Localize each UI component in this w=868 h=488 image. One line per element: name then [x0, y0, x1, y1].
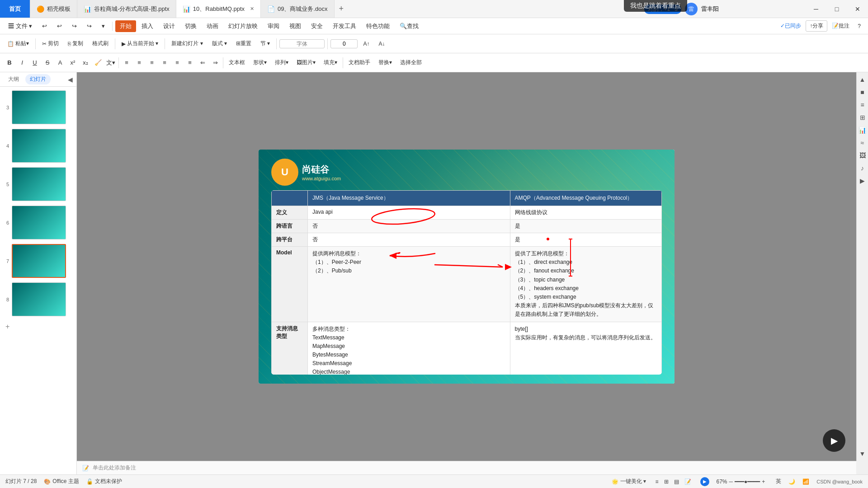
menu-find[interactable]: 🔍查找: [395, 20, 423, 32]
menu-more[interactable]: ▾: [97, 21, 109, 31]
select-all-button[interactable]: 选择全部: [396, 57, 425, 68]
notes-bar[interactable]: 📝 单击此处添加备注: [77, 461, 856, 474]
tab-shangcheng[interactable]: 📄 09、商城业务.docx: [261, 0, 335, 18]
sync-button[interactable]: ✓已同步: [777, 21, 805, 31]
underline-button[interactable]: U: [29, 57, 41, 69]
shapes-button[interactable]: 形状▾: [250, 57, 270, 68]
cut-button[interactable]: ✂ 剪切: [38, 38, 62, 49]
right-tool-audio[interactable]: ♪: [859, 163, 866, 174]
paste-button[interactable]: 📋 粘贴▾: [4, 38, 33, 49]
menu-view[interactable]: 视图: [285, 20, 306, 32]
align-right-button[interactable]: ≡: [146, 57, 158, 69]
menu-devtools[interactable]: 开发工具: [328, 20, 361, 32]
superscript-button[interactable]: x²: [67, 57, 79, 69]
panel-collapse[interactable]: ◀: [68, 76, 73, 83]
new-slide-button[interactable]: 新建幻灯片 ▾: [168, 38, 206, 49]
menu-insert[interactable]: 插入: [137, 20, 158, 32]
share-button[interactable]: ↑分享: [806, 20, 827, 32]
menu-animate[interactable]: 动画: [202, 20, 223, 32]
font-size-down[interactable]: A↓: [375, 39, 388, 48]
right-tool-5[interactable]: ≈: [859, 137, 866, 148]
right-tool-scroll-up[interactable]: ▲: [858, 74, 868, 85]
slide-thumb-4[interactable]: 4: [2, 128, 75, 164]
menu-features[interactable]: 特色功能: [362, 20, 394, 32]
right-tool-scroll-down[interactable]: ▼: [858, 448, 868, 459]
textbox-button[interactable]: 文本框: [225, 57, 249, 68]
right-tool-play[interactable]: ▶: [858, 175, 867, 186]
menu-start[interactable]: 开始: [115, 20, 136, 32]
bullet-list-button[interactable]: ≡: [171, 57, 183, 69]
annotation-button[interactable]: 📝批注: [828, 21, 853, 31]
tab-rabbitmq[interactable]: 📊 10、RabbitMQ.pptx ✕: [176, 0, 261, 18]
view-grid-btn[interactable]: ⊞: [662, 478, 670, 486]
indent-more-button[interactable]: ⇒: [209, 57, 221, 69]
subscript-button[interactable]: x₂: [80, 57, 91, 69]
bold-button[interactable]: B: [4, 57, 15, 69]
lang-button[interactable]: 文▾: [105, 57, 117, 69]
slide-thumb-7[interactable]: 7: [2, 243, 75, 279]
section-button[interactable]: 节 ▾: [257, 38, 274, 49]
font-color-button[interactable]: A: [54, 57, 66, 69]
menu-security[interactable]: 安全: [307, 20, 327, 32]
tab-daoke[interactable]: 🟠 稻壳模板: [30, 0, 77, 18]
outline-tab[interactable]: 大纲: [4, 74, 24, 84]
floating-video-button[interactable]: ▶: [823, 429, 845, 452]
slide-thumb-8[interactable]: 8: [2, 282, 75, 317]
menu-slideshow[interactable]: 幻灯片放映: [224, 20, 262, 32]
menu-redo[interactable]: ↪: [67, 21, 81, 31]
play-from-start-button[interactable]: ▶ 从当前开始 ▾: [118, 38, 162, 49]
right-tool-1[interactable]: ■: [859, 87, 866, 98]
italic-button[interactable]: I: [16, 57, 28, 69]
format-copy-button[interactable]: 格式刷: [89, 38, 112, 49]
tab-home[interactable]: 首页: [0, 0, 30, 18]
tab-close-rabbitmq[interactable]: ✕: [250, 6, 254, 12]
reset-button[interactable]: ⊞重置: [232, 38, 255, 49]
slide-thumb-6[interactable]: 6: [2, 205, 75, 240]
view-normal-btn[interactable]: ≡: [654, 478, 660, 486]
menu-design[interactable]: 设计: [159, 20, 179, 32]
arrange-button[interactable]: 排列▾: [271, 57, 292, 68]
close-button[interactable]: ✕: [847, 0, 868, 18]
zoom-slider[interactable]: ━━━●━━━━: [735, 479, 760, 485]
menu-file[interactable]: ☰ 文件 ▾: [4, 20, 37, 32]
image-button[interactable]: 🖼图片▾: [293, 57, 319, 68]
menu-review[interactable]: 审阅: [263, 20, 284, 32]
menu-undo[interactable]: ↩: [38, 21, 52, 31]
clear-format-button[interactable]: 🧹: [92, 57, 104, 69]
strikethrough-button[interactable]: S: [42, 57, 53, 69]
copy-button[interactable]: ⎘ 复制: [64, 38, 87, 49]
align-left-button[interactable]: ≡: [121, 57, 132, 69]
font-size-up[interactable]: A↑: [359, 39, 373, 48]
num-list-button[interactable]: ≡: [184, 57, 196, 69]
view-browse-btn[interactable]: ▤: [672, 478, 681, 486]
menu-switch[interactable]: 切换: [180, 20, 201, 32]
right-tool-image[interactable]: 🖼: [858, 150, 868, 161]
minimize-button[interactable]: ─: [806, 0, 826, 18]
slides-tab[interactable]: 幻灯片: [25, 74, 51, 84]
tab-gulishangcheng[interactable]: 📊 谷粒商城-分布式高级-图.pptx: [77, 0, 176, 18]
right-tool-chart[interactable]: 📊: [857, 125, 868, 136]
menu-undo2[interactable]: ↩: [52, 21, 66, 31]
align-center-button[interactable]: ≡: [133, 57, 145, 69]
add-slide-bottom[interactable]: +: [2, 320, 75, 333]
indent-less-button[interactable]: ⇐: [197, 57, 208, 69]
right-tool-3[interactable]: ⊞: [858, 112, 867, 123]
fill-button[interactable]: 填充▾: [320, 57, 341, 68]
right-tool-2[interactable]: ≡: [859, 99, 866, 110]
layout-button[interactable]: 版式 ▾: [208, 38, 231, 49]
font-size-input[interactable]: [330, 39, 358, 48]
slide-thumb-5[interactable]: 5: [2, 166, 75, 202]
slide-thumb-3[interactable]: 3: [2, 89, 75, 125]
zoom-plus-button[interactable]: +: [762, 479, 765, 485]
beautify-button[interactable]: 🌟 一键美化 ▾: [612, 478, 646, 485]
tab-add-button[interactable]: +: [335, 0, 349, 18]
help-button[interactable]: ?: [854, 22, 864, 31]
zoom-minus-button[interactable]: ─: [729, 479, 733, 485]
font-name-input[interactable]: [279, 39, 325, 48]
play-button[interactable]: ▶: [700, 477, 709, 486]
assistant-button[interactable]: 文档助手: [345, 57, 374, 68]
justify-button[interactable]: ≡: [159, 57, 170, 69]
view-notes-btn[interactable]: 📝: [683, 478, 693, 486]
replace-button[interactable]: 替换▾: [375, 57, 396, 68]
menu-redo2[interactable]: ↪: [82, 21, 96, 31]
